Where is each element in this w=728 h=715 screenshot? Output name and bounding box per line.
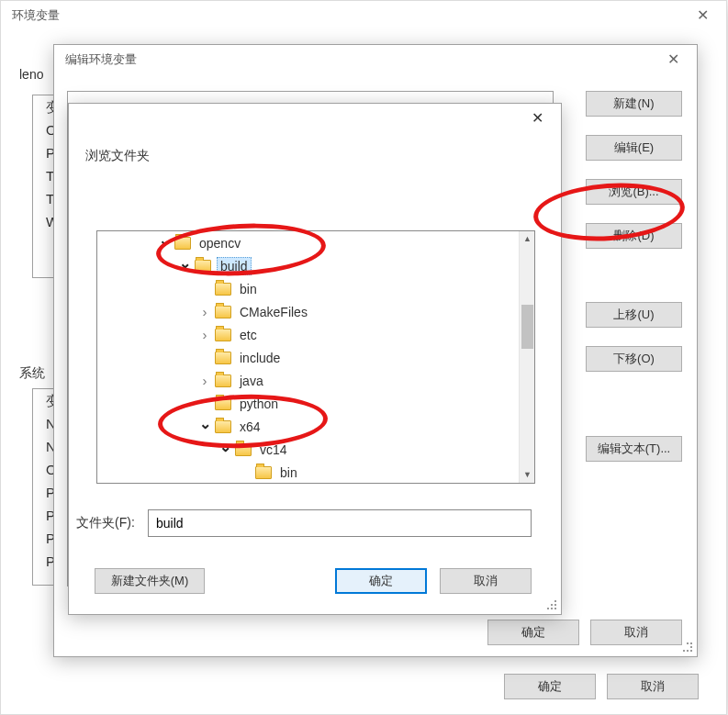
tree-item[interactable]: ›java xyxy=(97,369,534,392)
folder-tree[interactable]: ⌄opencv⌄build·bin›CMakeFiles›etc·include… xyxy=(96,230,535,484)
edit-env-titlebar: 编辑环境变量 ✕ xyxy=(54,45,697,74)
chevron-blank: · xyxy=(198,398,211,409)
chevron-right-icon[interactable]: › xyxy=(198,327,211,342)
chevron-right-icon[interactable]: › xyxy=(198,304,211,319)
edit-button[interactable]: 编辑(E) xyxy=(586,135,682,161)
folder-icon xyxy=(255,466,272,479)
folder-icon xyxy=(215,352,231,364)
folder-icon xyxy=(215,420,231,433)
tree-item-label[interactable]: x64 xyxy=(237,419,263,435)
scroll-down-icon[interactable]: ▼ xyxy=(520,467,535,483)
tree-item-label[interactable]: bin xyxy=(237,281,260,297)
scroll-thumb[interactable] xyxy=(521,305,533,349)
folder-icon xyxy=(174,237,191,250)
ok-button[interactable]: 确定 xyxy=(487,620,579,645)
folder-icon xyxy=(215,306,231,318)
env-vars-titlebar: 环境变量 ✕ xyxy=(1,1,726,30)
tree-item-label[interactable]: java xyxy=(237,373,266,389)
tree-item-label[interactable]: CMakeFiles xyxy=(237,304,310,320)
scroll-up-icon[interactable]: ▲ xyxy=(520,231,535,247)
scrollbar[interactable]: ▲ ▼ xyxy=(519,231,534,483)
folder-icon xyxy=(215,397,231,410)
chevron-down-icon[interactable]: ⌄ xyxy=(158,231,171,249)
tree-item[interactable]: ·bin xyxy=(97,277,534,300)
resize-grip[interactable] xyxy=(547,600,558,611)
env-vars-footer: 确定 取消 xyxy=(504,674,699,699)
tree-item-label[interactable]: include xyxy=(237,350,283,366)
close-icon[interactable]: ✕ xyxy=(655,47,691,73)
resize-grip[interactable] xyxy=(683,642,694,654)
tree-item[interactable]: ·bin xyxy=(97,461,534,484)
new-folder-button[interactable]: 新建文件夹(M) xyxy=(95,568,205,594)
tree-item[interactable]: ⌄opencv xyxy=(97,231,534,254)
browse-button[interactable]: 浏览(B)... xyxy=(586,179,682,205)
chevron-down-icon[interactable]: ⌄ xyxy=(218,438,231,455)
move-up-button[interactable]: 上移(U) xyxy=(586,302,682,328)
folder-icon xyxy=(215,283,231,296)
move-down-button[interactable]: 下移(O) xyxy=(586,346,682,372)
chevron-blank: · xyxy=(198,352,211,363)
tree-item[interactable]: ⌄x64 xyxy=(97,415,534,438)
browse-folder-title: 浏览文件夹 xyxy=(69,133,561,168)
folder-icon xyxy=(215,329,231,341)
delete-button[interactable]: 删除(D) xyxy=(586,223,682,249)
cancel-button[interactable]: 取消 xyxy=(440,568,532,594)
folder-path-row: 文件夹(F): xyxy=(76,509,557,537)
tree-item-label[interactable]: python xyxy=(237,396,281,412)
tree-item[interactable]: ·python xyxy=(97,392,534,415)
edit-env-footer: 确定 取消 xyxy=(487,620,682,645)
tree-item-label[interactable]: build xyxy=(217,257,252,275)
ok-button[interactable]: 确定 xyxy=(335,568,427,594)
edit-env-title: 编辑环境变量 xyxy=(65,51,137,68)
browse-titlebar: ✕ xyxy=(69,104,561,133)
chevron-down-icon[interactable]: ⌄ xyxy=(198,415,211,432)
ok-button[interactable]: 确定 xyxy=(504,674,596,699)
edit-text-button[interactable]: 编辑文本(T)... xyxy=(586,436,682,462)
chevron-blank: · xyxy=(198,284,211,295)
env-vars-title: 环境变量 xyxy=(12,7,60,24)
close-icon[interactable]: ✕ xyxy=(519,106,555,131)
folder-label: 文件夹(F): xyxy=(76,515,148,531)
tree-item[interactable]: ›etc xyxy=(97,323,534,346)
tree-item-label[interactable]: opencv xyxy=(196,235,243,251)
tree-item-label[interactable]: etc xyxy=(237,327,260,343)
folder-input[interactable] xyxy=(148,509,532,537)
browse-footer: 新建文件夹(M) 确定 取消 xyxy=(95,568,532,594)
sys-vars-label: 系统 xyxy=(19,365,45,382)
tree-item-label[interactable]: bin xyxy=(277,464,300,481)
tree-item[interactable]: ·include xyxy=(97,346,534,369)
user-vars-label: leno xyxy=(19,67,43,82)
cancel-button[interactable]: 取消 xyxy=(607,674,699,699)
tree-item[interactable]: ⌄build xyxy=(97,254,534,277)
chevron-right-icon[interactable]: › xyxy=(198,373,211,388)
tree-item-label[interactable]: vc14 xyxy=(257,441,290,458)
tree-item[interactable]: ⌄vc14 xyxy=(97,438,534,461)
cancel-button[interactable]: 取消 xyxy=(590,620,682,645)
new-button[interactable]: 新建(N) xyxy=(586,91,682,117)
chevron-blank: · xyxy=(239,467,252,478)
close-icon[interactable]: ✕ xyxy=(684,3,721,28)
browse-folder-dialog: ✕ 浏览文件夹 ⌄opencv⌄build·bin›CMakeFiles›etc… xyxy=(68,103,562,615)
chevron-down-icon[interactable]: ⌄ xyxy=(178,254,191,272)
tree-item[interactable]: ›CMakeFiles xyxy=(97,300,534,323)
edit-env-side-buttons: 新建(N) 编辑(E) 浏览(B)... 删除(D) 上移(U) 下移(O) 编… xyxy=(586,91,682,462)
folder-icon xyxy=(235,443,252,456)
folder-icon xyxy=(215,374,231,387)
folder-icon xyxy=(195,260,211,273)
